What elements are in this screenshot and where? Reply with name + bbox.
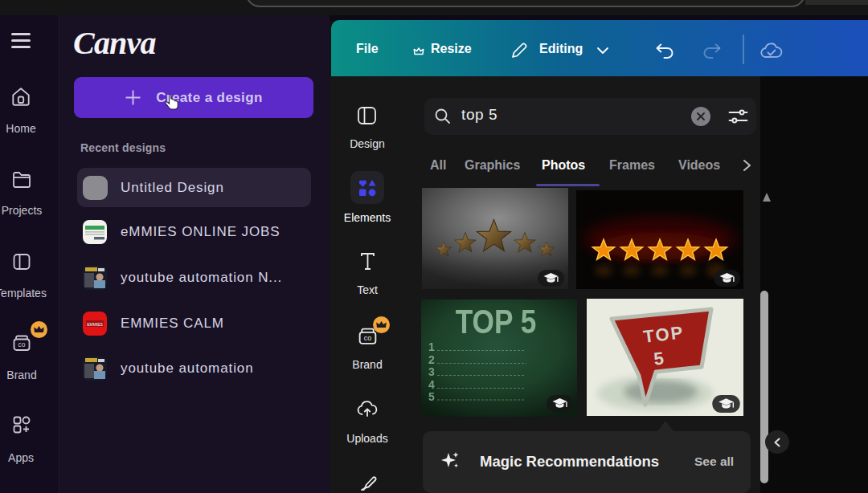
svg-text:co: co [364, 334, 371, 342]
svg-text:3: 3 [428, 365, 435, 378]
svg-text:TOP 5: TOP 5 [456, 303, 537, 340]
svg-text:5: 5 [428, 390, 435, 403]
svg-text:1: 1 [428, 340, 435, 353]
svg-text:co: co [18, 340, 26, 348]
svg-text:EMMIES: EMMIES [87, 322, 103, 327]
svg-text:2: 2 [428, 353, 435, 366]
svg-text:4: 4 [428, 378, 435, 391]
